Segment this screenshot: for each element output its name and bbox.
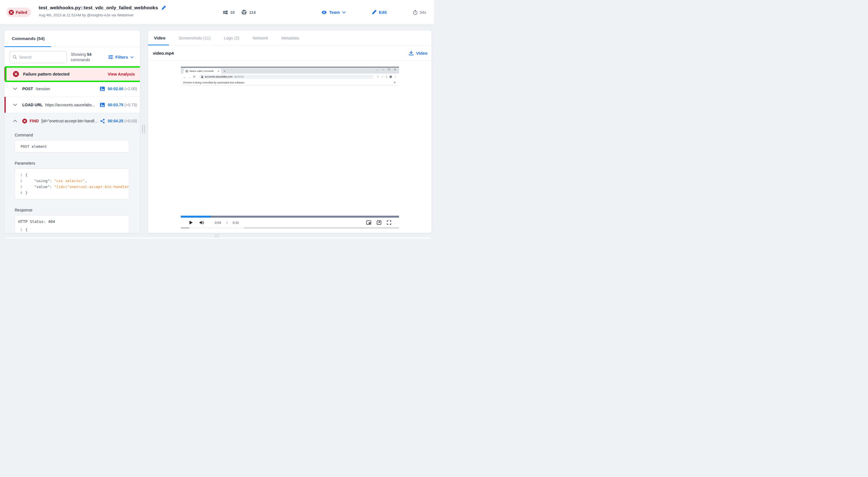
header: Failed test_webhooks.py::test_vdc_only_f… — [0, 0, 434, 25]
test-details-page: Failed test_webhooks.py::test_vdc_only_f… — [0, 0, 434, 238]
window-dropdown-icon: ⌄ — [376, 68, 378, 71]
view-analysis-link[interactable]: View Analysis — [108, 72, 135, 76]
download-icon — [409, 51, 413, 56]
tab-network[interactable]: Network — [253, 30, 268, 45]
response-label: Response — [15, 208, 129, 212]
filters-sliders-icon — [108, 55, 113, 59]
tab-commands[interactable]: Commands (54) — [12, 36, 44, 41]
video-scrollbar[interactable] — [181, 227, 399, 228]
failure-banner-text: Failure pattern detected — [23, 72, 69, 76]
video-duration: 0:31 — [232, 221, 239, 224]
commands-panel: Commands (54) Showing 54 commands — [4, 30, 140, 233]
profile-avatar — [390, 75, 392, 78]
site-favicon — [186, 70, 188, 72]
screenshot-icon[interactable] — [100, 87, 105, 91]
new-tab-icon: + — [224, 69, 226, 73]
search-input[interactable] — [19, 55, 61, 60]
download-video-button[interactable]: Video — [409, 51, 428, 56]
command-row-load-url[interactable]: LOAD URL https://accounts.saucelabs... 0… — [4, 97, 140, 113]
recorded-browser-toolbar: ← → ⟳ accounts.saucelabs.com/am/XUI/ ⇪ ☆… — [181, 73, 399, 80]
browser-tab: Sauce Labs | Accounts ✕ — [184, 68, 221, 73]
bottom-strip — [0, 233, 434, 238]
command-time: 00:02.00 (+2.00) — [108, 87, 137, 91]
failed-x-icon — [9, 10, 14, 15]
failure-pattern-banner: Failure pattern detected View Analysis — [4, 67, 140, 81]
chevron-icon[interactable] — [13, 120, 17, 122]
picture-in-picture-button[interactable] — [366, 220, 371, 225]
tab-metadata[interactable]: Metadata — [281, 30, 299, 45]
environment-info: 10 114 — [223, 0, 256, 25]
bottom-panel-edge — [4, 237, 432, 238]
address-bar: accounts.saucelabs.com/am/XUI/ — [199, 75, 373, 79]
video-time-separator: / — [226, 221, 227, 224]
os-version: 10 — [223, 10, 235, 15]
command-argument: https://accounts.saucelabs... — [45, 103, 95, 107]
edit-label: Edit — [379, 10, 386, 15]
browser-toolbar-icons: ⇪ ☆ ▯ ⋮ — [377, 75, 397, 78]
open-in-new-window-button[interactable] — [377, 220, 381, 225]
volume-button[interactable] — [199, 220, 204, 225]
play-button[interactable] — [189, 220, 193, 225]
command-value: POST element — [21, 144, 47, 149]
chevron-down-icon — [342, 11, 346, 13]
filters-button[interactable]: Filters — [108, 55, 134, 60]
response-http-status: HTTP Status: 404 — [15, 215, 129, 224]
tab-screenshots-11[interactable]: Screenshots (11) — [179, 30, 211, 45]
header-actions: Team Edit 34s — [321, 0, 426, 25]
tab-close-icon: ✕ — [218, 70, 220, 72]
active-tab-underline — [4, 46, 51, 47]
parameters-label: Parameters — [15, 161, 129, 165]
command-argument: /session — [35, 87, 50, 91]
chevron-down-icon — [130, 56, 134, 58]
chevron-icon[interactable] — [13, 103, 17, 106]
title-block: test_webhooks.py::test_vdc_only_failed_w… — [39, 5, 166, 17]
code-line: 4} — [18, 190, 129, 196]
infobar-close-icon: ✕ — [394, 81, 396, 84]
command-name: POST — [22, 87, 33, 91]
pencil-icon — [372, 10, 376, 15]
url-host: accounts.saucelabs.com — [205, 75, 232, 78]
browser-tab-title: Sauce Labs | Accounts — [189, 70, 216, 72]
window-restore-icon: ❐ — [388, 68, 390, 71]
code-line: 1{ — [18, 227, 129, 232]
test-duration: 34s — [413, 10, 426, 15]
page-title: test_webhooks.py::test_vdc_only_failed_w… — [39, 5, 158, 11]
video-file-name: video.mp4 — [153, 51, 174, 56]
panel-resize-handle[interactable] — [141, 125, 146, 134]
tab-logs-2[interactable]: Logs (2) — [224, 30, 240, 45]
lock-icon — [201, 75, 203, 78]
browser-version-value: 114 — [249, 10, 255, 15]
video-player[interactable]: Sauce Labs | Accounts ✕ + ⌄ – ❐ ✕ ← — [181, 67, 399, 228]
tab-video[interactable]: Video — [154, 30, 165, 45]
bottom-resize-handle[interactable] — [215, 234, 219, 237]
browser-menu-icon: ⋮ — [394, 75, 397, 78]
command-argument: [id="onetrust-accept-btn-handler"] — [41, 119, 100, 123]
main-content: Commands (54) Showing 54 commands — [0, 30, 434, 233]
share-icon[interactable] — [100, 119, 105, 124]
video-player-area: Sauce Labs | Accounts ✕ + ⌄ – ❐ ✕ ← — [148, 61, 431, 233]
edit-title-pencil-icon[interactable] — [161, 6, 166, 10]
chevron-icon[interactable] — [13, 87, 17, 90]
command-row-find[interactable]: FIND [id="onetrust-accept-btn-handler"] … — [4, 113, 140, 129]
stopwatch-icon — [413, 10, 417, 15]
browser-version: 114 — [241, 9, 255, 15]
screenshot-icon[interactable] — [100, 103, 105, 107]
video-progress-bar[interactable] — [181, 216, 399, 218]
video-time: 0:04 / 0:31 — [215, 221, 239, 224]
fullscreen-button[interactable] — [387, 220, 391, 225]
command-row-post[interactable]: POST /session 00:02.00 (+2.00) — [4, 81, 140, 97]
results-tabs: VideoScreenshots (11)Logs (2)NetworkMeta… — [148, 30, 431, 45]
search-box[interactable] — [9, 51, 67, 63]
code-line: 3 "value": "[id=\"onetrust-accept-btn-ha… — [18, 184, 129, 190]
back-icon: ← — [183, 75, 186, 78]
failure-x-icon — [13, 71, 19, 77]
parameters-code-box: 1{2 "using": "css selector",3 "value": "… — [15, 168, 129, 199]
os-version-value: 10 — [230, 10, 235, 15]
command-time: 00:04.25 (+0.03) — [108, 119, 137, 123]
edit-button[interactable]: Edit — [372, 10, 386, 15]
failed-x-icon — [22, 119, 27, 124]
window-close-icon: ✕ — [394, 68, 396, 71]
status-badge: Failed — [6, 8, 31, 17]
results-panel: VideoScreenshots (11)Logs (2)NetworkMeta… — [148, 30, 432, 233]
team-visibility-dropdown[interactable]: Team — [321, 10, 346, 15]
